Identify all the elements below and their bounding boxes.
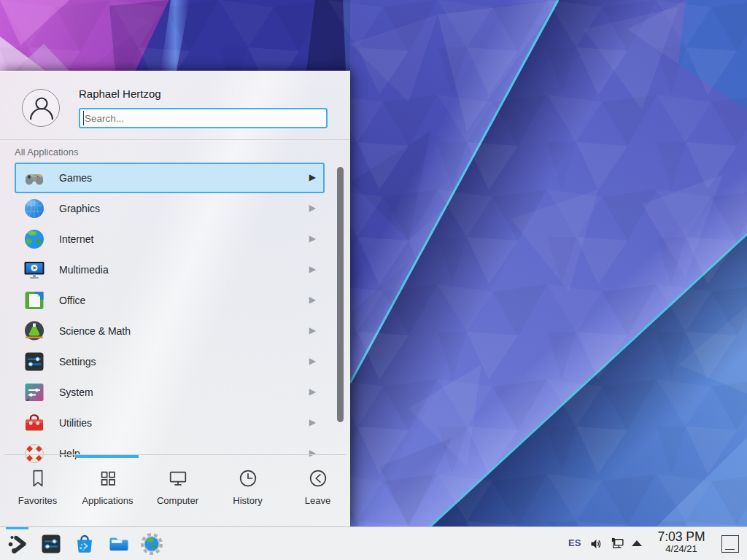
tab-favorites[interactable]: Favorites xyxy=(5,458,70,527)
section-label: All Applications xyxy=(15,147,78,158)
expand-tray-icon[interactable] xyxy=(632,540,642,546)
utilities-icon xyxy=(23,411,46,435)
discover-icon xyxy=(73,532,96,556)
header-divider xyxy=(0,139,350,140)
settings-icon xyxy=(23,350,46,373)
submenu-arrow-icon: ▶ xyxy=(309,325,316,335)
tab-bar: Favorites Applications Computer xyxy=(0,458,350,527)
system-settings-button[interactable] xyxy=(39,532,63,556)
category-item-science-math[interactable]: Science & Math ▶ xyxy=(15,316,325,346)
category-item-multimedia[interactable]: Multimedia ▶ xyxy=(15,254,325,285)
computer-icon xyxy=(167,467,189,489)
volume-button[interactable] xyxy=(589,537,604,551)
application-launcher-menu: Raphael Hertzog All Applications Games ▶ xyxy=(0,71,350,526)
file-manager-button[interactable] xyxy=(107,532,130,556)
history-icon xyxy=(237,467,259,489)
category-label: Settings xyxy=(59,356,96,368)
category-label: Office xyxy=(59,295,85,306)
web-browser-button[interactable] xyxy=(140,532,163,556)
submenu-arrow-icon: ▶ xyxy=(309,417,316,427)
category-label: Multimedia xyxy=(59,264,109,276)
search-input[interactable] xyxy=(79,108,328,128)
category-label: Internet xyxy=(59,233,93,245)
leave-icon xyxy=(307,467,329,489)
category-item-games[interactable]: Games ▶ xyxy=(15,163,325,193)
category-item-office[interactable]: Office ▶ xyxy=(15,285,325,316)
submenu-arrow-icon: ▶ xyxy=(309,203,316,213)
show-desktop-button[interactable] xyxy=(721,535,739,553)
system-settings-icon xyxy=(39,532,63,556)
submenu-arrow-icon: ▶ xyxy=(309,233,316,244)
submenu-arrow-icon: ▶ xyxy=(309,386,316,397)
category-item-system[interactable]: System ▶ xyxy=(15,377,325,408)
user-name: Raphael Hertzog xyxy=(79,88,161,100)
multimedia-icon xyxy=(23,258,46,281)
text-cursor xyxy=(83,111,84,125)
tab-label: Applications xyxy=(82,495,133,506)
network-button[interactable] xyxy=(611,537,625,551)
discover-button[interactable] xyxy=(73,532,96,556)
clock-time: 7:03 PM xyxy=(649,530,713,544)
category-item-internet[interactable]: Internet ▶ xyxy=(15,224,325,254)
launcher-active-indicator xyxy=(6,527,28,529)
tab-label: Leave xyxy=(305,495,330,506)
taskbar: ES 7:03 PM 4/24/21 xyxy=(0,526,747,560)
web-browser-icon xyxy=(140,532,163,556)
category-item-graphics[interactable]: Graphics ▶ xyxy=(15,193,325,224)
tab-applications[interactable]: Applications xyxy=(75,458,140,527)
clock[interactable]: 7:03 PM 4/24/21 xyxy=(649,530,713,555)
tab-leave[interactable]: Leave xyxy=(285,458,350,527)
network-icon xyxy=(611,537,625,551)
category-label: Graphics xyxy=(59,203,100,214)
category-label: Games xyxy=(59,172,92,184)
tabbar-divider xyxy=(4,454,346,455)
submenu-arrow-icon: ▶ xyxy=(309,448,316,458)
office-icon xyxy=(23,289,46,312)
user-avatar[interactable] xyxy=(22,89,60,127)
user-icon xyxy=(23,90,61,128)
games-icon xyxy=(23,166,46,190)
tab-label: Computer xyxy=(157,495,198,506)
volume-icon xyxy=(589,537,604,551)
application-launcher-icon xyxy=(6,532,29,556)
graphics-icon xyxy=(23,197,46,220)
clock-date: 4/24/21 xyxy=(649,544,713,554)
favorites-icon xyxy=(27,467,49,489)
category-item-utilities[interactable]: Utilities ▶ xyxy=(15,408,325,438)
keyboard-layout-indicator[interactable]: ES xyxy=(568,537,581,548)
science-icon xyxy=(23,319,46,343)
scrollbar[interactable] xyxy=(337,167,344,422)
tab-history[interactable]: History xyxy=(215,458,280,527)
internet-icon xyxy=(23,228,46,251)
tab-label: Favorites xyxy=(18,495,57,506)
file-manager-icon xyxy=(107,532,130,556)
tab-computer[interactable]: Computer xyxy=(145,458,210,527)
submenu-arrow-icon: ▶ xyxy=(309,172,316,182)
category-label: Science & Math xyxy=(59,325,131,337)
tab-label: History xyxy=(233,495,262,506)
applications-icon xyxy=(97,467,119,489)
submenu-arrow-icon: ▶ xyxy=(309,264,316,274)
desktop: Raphael Hertzog All Applications Games ▶ xyxy=(0,0,747,560)
category-label: System xyxy=(59,386,93,398)
system-icon xyxy=(23,381,46,404)
submenu-arrow-icon: ▶ xyxy=(309,356,316,366)
application-launcher-button[interactable] xyxy=(6,532,29,556)
category-label: Utilities xyxy=(59,417,92,429)
submenu-arrow-icon: ▶ xyxy=(309,295,316,305)
category-item-settings[interactable]: Settings ▶ xyxy=(15,346,325,377)
